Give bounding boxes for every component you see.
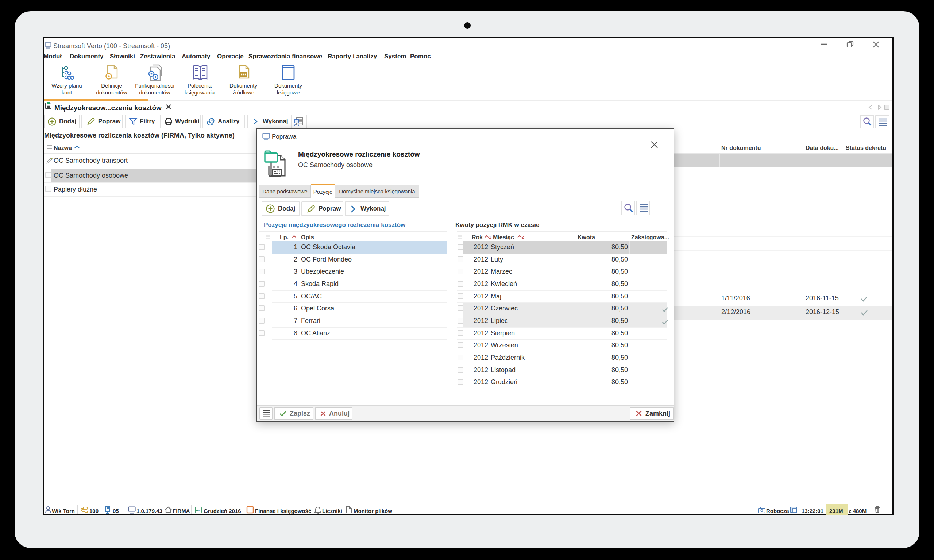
svg-text:2: 2 <box>522 235 524 239</box>
svg-text:1: 1 <box>489 235 491 239</box>
